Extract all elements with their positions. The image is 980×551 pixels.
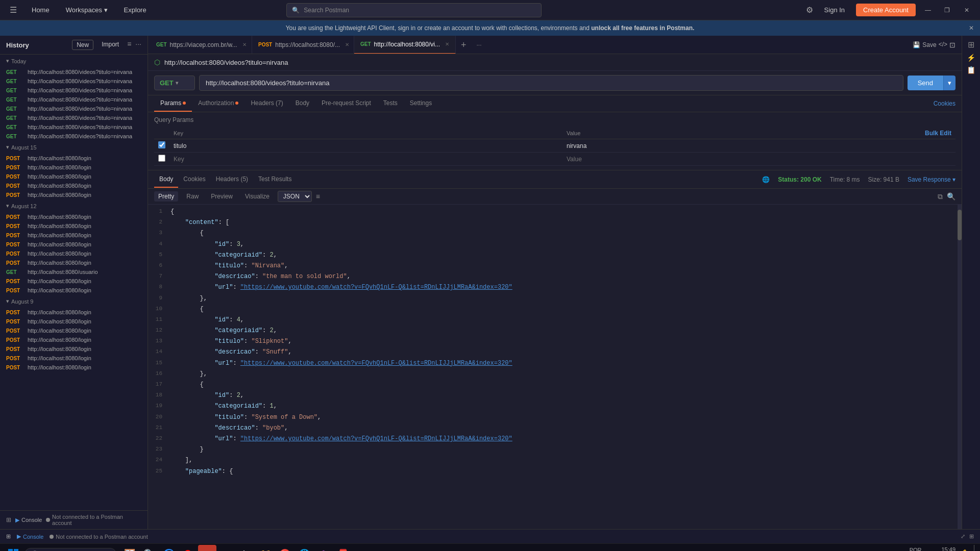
expand-icon[interactable]: ⤢ bbox=[961, 533, 965, 540]
filter-icon[interactable]: ≡ bbox=[127, 40, 131, 50]
list-item[interactable]: GET http://localhost:8080/videos?titulo=… bbox=[0, 104, 148, 113]
add-tab-button[interactable]: + bbox=[456, 36, 472, 54]
history-group-label[interactable]: ▾August 12 bbox=[0, 199, 148, 212]
method-selector[interactable]: GET ▾ bbox=[154, 76, 195, 90]
minimize-button[interactable]: — bbox=[921, 3, 935, 17]
console-button[interactable]: ▶ Console bbox=[17, 533, 43, 540]
taskbar-app-store[interactable]: 🛍 bbox=[237, 545, 255, 552]
list-item[interactable]: POST http://localhost:8080/login bbox=[0, 344, 148, 354]
param-key-1[interactable] bbox=[174, 142, 558, 149]
fullscreen-icon[interactable]: ⊞ bbox=[969, 533, 974, 540]
param-key-2[interactable] bbox=[174, 156, 558, 163]
taskbar-app-edge[interactable]: 🌀 bbox=[159, 545, 178, 552]
list-item[interactable]: POST http://localhost:8080/login bbox=[0, 286, 148, 295]
taskbar-app-files[interactable]: 📁 bbox=[256, 545, 275, 552]
list-item[interactable]: GET http://localhost:8080/videos?titulo=… bbox=[0, 132, 148, 141]
tab-tests[interactable]: Tests bbox=[377, 95, 404, 112]
save-response-button[interactable]: Save Response ▾ bbox=[908, 176, 955, 183]
taskbar-app-browser2[interactable]: 🌐 bbox=[295, 545, 313, 552]
format-tab-pretty[interactable]: Pretty bbox=[154, 191, 178, 202]
taskbar-app-search-2[interactable]: 🔍 bbox=[140, 545, 158, 552]
copy-icon[interactable]: ⧉ bbox=[938, 192, 943, 201]
tab-3-active[interactable]: GET http://localhost:8080/vi... ✕ bbox=[354, 36, 456, 54]
taskbar-app-postman[interactable]: 📮 bbox=[334, 545, 352, 552]
list-item[interactable]: POST http://localhost:8080/login bbox=[0, 163, 148, 172]
tab-close-icon[interactable]: ✕ bbox=[242, 42, 247, 47]
resp-tab-headers[interactable]: Headers (5) bbox=[211, 171, 253, 188]
start-button[interactable] bbox=[4, 545, 22, 552]
taskbar-app-circle[interactable]: ⭕ bbox=[276, 545, 294, 552]
format-tab-preview[interactable]: Preview bbox=[207, 191, 237, 202]
banner-close-icon[interactable]: ✕ bbox=[969, 24, 974, 32]
list-item[interactable]: POST http://localhost:8080/login bbox=[0, 221, 148, 231]
list-item[interactable]: POST http://localhost:8080/login bbox=[0, 190, 148, 199]
new-button[interactable]: New bbox=[72, 40, 93, 50]
taskbar-app-red[interactable]: ⊛ bbox=[198, 545, 216, 552]
right-panel-icon-2[interactable]: ⚡ bbox=[967, 54, 975, 62]
taskbar-app-opera[interactable]: O bbox=[179, 545, 197, 552]
list-item[interactable]: POST http://localhost:8080/login bbox=[0, 363, 148, 372]
list-item[interactable]: GET http://localhost:8080/videos?titulo=… bbox=[0, 122, 148, 132]
list-item[interactable]: GET http://localhost:8080/videos?titulo=… bbox=[0, 67, 148, 77]
tab-params[interactable]: Params bbox=[154, 95, 192, 112]
list-item[interactable]: POST http://localhost:8080/login bbox=[0, 181, 148, 190]
list-item[interactable]: POST http://localhost:8080/login bbox=[0, 308, 148, 317]
nav-explore[interactable]: Explore bbox=[119, 4, 152, 16]
close-button[interactable]: ✕ bbox=[960, 3, 974, 17]
sidebar-bottom-icon[interactable]: ⊞ bbox=[6, 516, 11, 523]
send-dropdown-button[interactable]: ▾ bbox=[943, 76, 955, 90]
notification-icon[interactable]: 🔔 bbox=[960, 549, 970, 551]
list-item[interactable]: POST http://localhost:8080/login bbox=[0, 249, 148, 258]
hamburger-icon[interactable]: ☰ bbox=[6, 5, 20, 15]
list-item[interactable]: POST http://localhost:8080/login bbox=[0, 258, 148, 267]
sidebar-more-icon[interactable]: ··· bbox=[135, 40, 141, 50]
tab-settings[interactable]: Settings bbox=[404, 95, 438, 112]
list-item[interactable]: GET http://localhost:8080/usuario bbox=[0, 267, 148, 277]
resp-tab-cookies[interactable]: Cookies bbox=[178, 171, 210, 188]
json-scrollbar[interactable] bbox=[958, 205, 962, 529]
restore-button[interactable]: ❐ bbox=[940, 3, 954, 17]
list-item[interactable]: GET http://localhost:8080/videos?titulo=… bbox=[0, 95, 148, 104]
list-item[interactable]: GET http://localhost:8080/videos?titulo=… bbox=[0, 77, 148, 86]
nav-workspaces[interactable]: Workspaces ▾ bbox=[61, 4, 113, 16]
tab-headers[interactable]: Headers (7) bbox=[244, 95, 289, 112]
tab-authorization[interactable]: Authorization bbox=[192, 95, 244, 112]
list-item[interactable]: POST http://localhost:8080/login bbox=[0, 354, 148, 363]
format-tab-raw[interactable]: Raw bbox=[182, 191, 203, 202]
taskbar-app-ide[interactable]: ⬡ bbox=[314, 545, 333, 552]
list-item[interactable]: POST http://localhost:8080/login bbox=[0, 277, 148, 286]
format-tab-visualize[interactable]: Visualize bbox=[241, 191, 274, 202]
sign-in-button[interactable]: Sign In bbox=[818, 4, 851, 16]
taskbar-app-windows[interactable]: 🪟 bbox=[120, 545, 139, 552]
param-checkbox-1[interactable] bbox=[158, 141, 165, 148]
more-tabs-button[interactable]: ··· bbox=[472, 41, 487, 48]
taskbar-search[interactable]: 🔍 Pesquisar bbox=[24, 548, 116, 552]
list-item[interactable]: POST http://localhost:8080/login bbox=[0, 212, 148, 221]
list-item[interactable]: GET http://localhost:8080/videos?titulo=… bbox=[0, 113, 148, 122]
history-group-label[interactable]: ▾August 15 bbox=[0, 141, 148, 154]
code-icon[interactable]: </> bbox=[939, 41, 947, 49]
list-item[interactable]: POST http://localhost:8080/login bbox=[0, 154, 148, 163]
send-button[interactable]: Send bbox=[908, 76, 943, 90]
console-tab[interactable]: ▶ Console bbox=[15, 517, 42, 523]
tab-2[interactable]: POST https://localhost:8080/... ✕ bbox=[252, 36, 354, 54]
list-item[interactable]: POST http://localhost:8080/login bbox=[0, 317, 148, 326]
tab-close-icon[interactable]: ✕ bbox=[345, 42, 349, 47]
tab-close-icon[interactable]: ✕ bbox=[445, 41, 449, 47]
bulk-edit-button[interactable]: Bulk Edit bbox=[925, 130, 951, 137]
format-filter-icon[interactable]: ≡ bbox=[316, 192, 320, 201]
taskbar-app-mail[interactable]: ✉ bbox=[217, 545, 236, 552]
list-item[interactable]: POST http://localhost:8080/login bbox=[0, 326, 148, 335]
right-panel-icon-3[interactable]: 📋 bbox=[967, 66, 975, 74]
search-bar[interactable]: 🔍 Search Postman bbox=[286, 3, 542, 17]
status-bar-icon[interactable]: ⊞ bbox=[6, 533, 11, 540]
list-item[interactable]: POST http://localhost:8080/login bbox=[0, 172, 148, 181]
taskbar-show-desktop[interactable] bbox=[974, 545, 976, 552]
list-item[interactable]: POST http://localhost:8080/login bbox=[0, 231, 148, 240]
list-item[interactable]: GET http://localhost:8080/videos?titulo=… bbox=[0, 86, 148, 95]
param-checkbox-2[interactable] bbox=[158, 155, 165, 162]
resp-tab-body[interactable]: Body bbox=[154, 171, 178, 188]
right-panel-icon-1[interactable]: ⊞ bbox=[968, 40, 974, 49]
create-account-button[interactable]: Create Account bbox=[856, 4, 916, 16]
param-value-2[interactable] bbox=[567, 156, 951, 163]
